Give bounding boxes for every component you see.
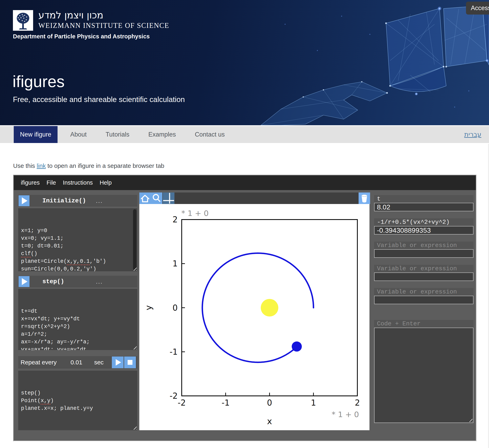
svg-text:-1: -1 bbox=[222, 398, 230, 407]
plot-canvas[interactable]: -2-1012-2-1012xy* 1 + 0* 1 + 0 bbox=[139, 204, 369, 430]
intro-link[interactable]: link bbox=[37, 162, 46, 169]
svg-text:x: x bbox=[267, 416, 272, 426]
weizmann-logo-icon bbox=[13, 10, 33, 31]
svg-text:* 1 + 0: * 1 + 0 bbox=[181, 209, 209, 218]
menu-instructions[interactable]: Instructions bbox=[63, 179, 93, 186]
watch-expression-input[interactable]: Variable or expression bbox=[374, 288, 473, 296]
axes-pan-button[interactable] bbox=[163, 192, 174, 204]
logo-hebrew-text: מכון ויצמן למדע bbox=[38, 10, 169, 20]
step-run-button[interactable] bbox=[19, 276, 30, 287]
svg-text:-2: -2 bbox=[170, 391, 178, 400]
stop-icon bbox=[125, 357, 136, 368]
intro-suffix: to open an ifigure in a separate browser… bbox=[46, 162, 164, 169]
play-icon bbox=[112, 357, 123, 368]
page-scrollbar-track[interactable] bbox=[488, 144, 489, 448]
repeat-header: Repeat every 0.01 sec bbox=[18, 356, 137, 369]
svg-text:y: y bbox=[144, 305, 154, 310]
trash-icon bbox=[359, 192, 370, 204]
watch-panel: t 8.02 -1/r+0.5*(vx^2+vy^2) -0.394308899… bbox=[374, 194, 473, 423]
zoom-button[interactable] bbox=[151, 192, 162, 204]
repeat-play-button[interactable] bbox=[112, 357, 123, 368]
repeat-unit-label: sec bbox=[94, 359, 104, 366]
accessibility-button[interactable]: Access bbox=[466, 2, 489, 15]
watch-row: t 8.02 bbox=[374, 195, 473, 211]
code-entry: Code + Enter bbox=[374, 320, 473, 423]
hero-header: Access מכון ויצמן למדע bbox=[0, 0, 489, 125]
page: Access מכון ויצמן למדע bbox=[0, 0, 489, 448]
watch-value-output bbox=[374, 296, 473, 304]
initialize-run-button[interactable] bbox=[19, 195, 30, 206]
watch-row: -1/r+0.5*(vx^2+vy^2) -0.394308899353 bbox=[374, 218, 473, 234]
watch-expression-input[interactable]: Variable or expression bbox=[374, 265, 473, 273]
initialize-more-button[interactable]: ... bbox=[96, 197, 103, 204]
repeat-label: Repeat every bbox=[21, 359, 57, 366]
repeat-stop-button[interactable] bbox=[124, 357, 136, 368]
nav-item-tutorials[interactable]: Tutorials bbox=[96, 126, 139, 143]
home-button[interactable] bbox=[139, 192, 151, 204]
menu-help[interactable]: Help bbox=[100, 179, 112, 186]
logo-english-text: WEIZMANN INSTITUTE OF SCIENCE bbox=[38, 22, 169, 30]
nav-item-contact-us[interactable]: Contact us bbox=[185, 126, 234, 143]
menu-file[interactable]: File bbox=[47, 179, 56, 186]
hero-artwork bbox=[257, 0, 489, 125]
initialize-code-editor[interactable]: x=1; y=0vx=0; vy=1.1;t=0; dt=0.01;clf()p… bbox=[18, 208, 137, 271]
plot-panel: -2-1012-2-1012xy* 1 + 0* 1 + 0 bbox=[139, 192, 369, 430]
step-title: step() bbox=[42, 278, 64, 285]
watch-expression-input[interactable]: -1/r+0.5*(vx^2+vy^2) bbox=[374, 218, 473, 226]
nav-item-about[interactable]: About bbox=[61, 126, 96, 143]
step-code-editor[interactable]: t+=dtx+=vx*dt; y+=vy*dtr=sqrt(x^2+y^2)a=… bbox=[18, 289, 137, 350]
code-entry-textarea[interactable] bbox=[374, 328, 473, 423]
nav-item-new-ifigure[interactable]: New ifigure bbox=[14, 126, 57, 143]
watch-row: Variable or expression bbox=[374, 288, 473, 304]
watch-value-output bbox=[374, 273, 473, 281]
initialize-title: Initialize() bbox=[42, 197, 86, 204]
language-link[interactable]: עברית bbox=[464, 131, 481, 138]
play-icon bbox=[19, 276, 30, 287]
initialize-header: Initialize() ... bbox=[18, 195, 137, 207]
intro-text: Use this link to open an ifigure in a se… bbox=[13, 162, 164, 169]
watch-expression-input[interactable]: Variable or expression bbox=[374, 241, 473, 249]
code-panel: Initialize() ... x=1; y=0vx=0; vy=1.1;t=… bbox=[18, 195, 137, 430]
resize-handle[interactable] bbox=[468, 418, 473, 422]
nav-item-examples[interactable]: Examples bbox=[139, 126, 185, 143]
repeat-code-editor[interactable]: step()Point(x,y)planet.x=x; planet.y=y bbox=[18, 371, 137, 430]
svg-text:-2: -2 bbox=[178, 398, 186, 407]
svg-text:* 1 + 0: * 1 + 0 bbox=[332, 410, 359, 419]
home-icon bbox=[139, 192, 151, 204]
watch-value-output bbox=[374, 249, 473, 258]
watch-value-output: -0.394308899353 bbox=[374, 226, 473, 234]
svg-text:2: 2 bbox=[355, 398, 360, 407]
step-more-button[interactable]: ... bbox=[96, 278, 103, 285]
resize-handle[interactable] bbox=[132, 425, 137, 430]
svg-text:1: 1 bbox=[173, 259, 178, 268]
zoom-icon bbox=[151, 192, 162, 204]
watch-value-output: 8.02 bbox=[374, 203, 473, 211]
plot-toolbar bbox=[139, 192, 369, 204]
app-menubar: ifigures File Instructions Help bbox=[14, 175, 476, 190]
page-subtitle: Free, accessible and shareable scientifi… bbox=[13, 95, 185, 104]
repeat-interval-input[interactable]: 0.01 bbox=[64, 359, 89, 366]
ifigures-app: ifigures File Instructions Help Initiali… bbox=[13, 175, 476, 441]
initialize-scrollbar[interactable] bbox=[133, 209, 137, 270]
axes-pan-icon bbox=[163, 192, 174, 204]
menu-ifigures[interactable]: ifigures bbox=[21, 179, 40, 186]
svg-text:2: 2 bbox=[173, 215, 178, 224]
svg-text:0: 0 bbox=[267, 398, 272, 407]
orbit-plot: -2-1012-2-1012xy* 1 + 0* 1 + 0 bbox=[139, 204, 369, 430]
department-name: Department of Particle Physics and Astro… bbox=[13, 33, 150, 40]
svg-text:-1: -1 bbox=[170, 347, 178, 357]
clear-plot-button[interactable] bbox=[359, 192, 370, 204]
step-header: step() ... bbox=[18, 276, 137, 287]
page-title: ifigures bbox=[13, 72, 65, 91]
svg-text:0: 0 bbox=[173, 303, 178, 313]
watch-row: Variable or expression bbox=[374, 265, 473, 281]
watch-expression-input[interactable]: t bbox=[374, 195, 473, 203]
play-icon bbox=[19, 195, 30, 206]
brand: מכון ויצמן למדע WEIZMANN INSTITUTE OF SC… bbox=[13, 10, 169, 31]
svg-text:1: 1 bbox=[311, 398, 316, 407]
intro-prefix: Use this bbox=[13, 162, 37, 169]
main-nav: New ifigure About Tutorials Examples Con… bbox=[0, 126, 489, 143]
watch-row: Variable or expression bbox=[374, 241, 473, 258]
code-entry-label: Code + Enter bbox=[374, 320, 473, 328]
